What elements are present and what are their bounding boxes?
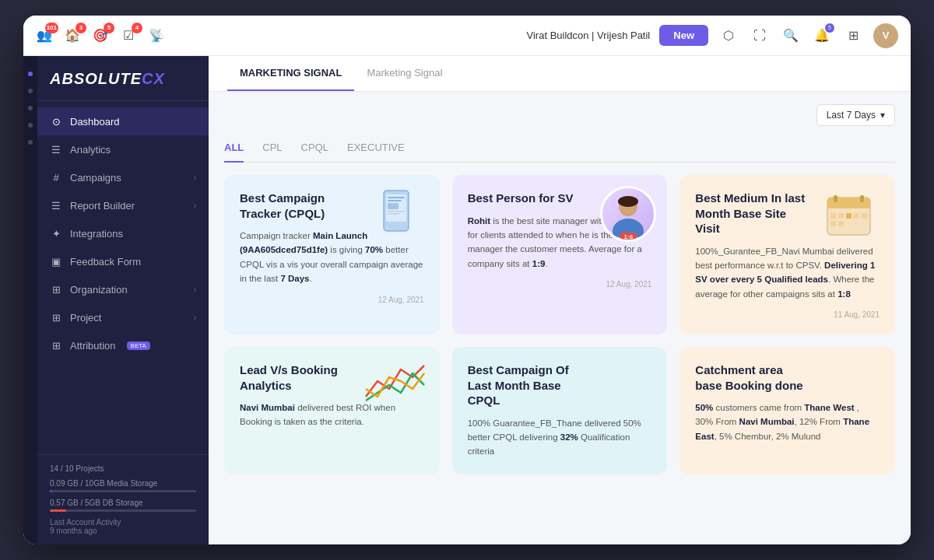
card-best-campaign-cpql: Best Campaign Of Last Month Base CPQL 10… bbox=[452, 347, 668, 474]
media-progress-fill bbox=[50, 490, 51, 492]
attribution-icon: ⊞ bbox=[50, 339, 62, 352]
sidebar-item-project[interactable]: ⊞ Project › bbox=[37, 303, 209, 331]
sidebar-item-integrations[interactable]: ✦ Integrations bbox=[37, 219, 209, 247]
sub-tab-cpql[interactable]: CPQL bbox=[301, 137, 328, 163]
analytics-icon: ☰ bbox=[50, 143, 62, 156]
feedback-icon: ▣ bbox=[50, 255, 62, 268]
sidebar-item-label: Feedback Form bbox=[70, 256, 141, 268]
topbar-right: Virat Buildcon | Vrijesh Patil New ⬡ ⛶ 🔍… bbox=[527, 23, 898, 48]
svg-rect-18 bbox=[846, 213, 851, 219]
sub-tab-cpl[interactable]: CPL bbox=[262, 137, 282, 163]
chevron-right-icon: › bbox=[194, 285, 196, 294]
sidebar-item-campaigns[interactable]: # Campaigns › bbox=[37, 163, 209, 191]
sidebar-item-label: Integrations bbox=[70, 228, 123, 240]
card-body: 50% customers came from Thane West , 30%… bbox=[695, 401, 880, 443]
chevron-right-icon: › bbox=[194, 173, 196, 182]
sidebar-item-analytics[interactable]: ☰ Analytics bbox=[37, 135, 209, 163]
grid-icon[interactable]: ⊞ bbox=[842, 25, 864, 47]
db-progress-fill bbox=[50, 509, 66, 512]
mini-dot-1 bbox=[28, 72, 33, 76]
svg-point-10 bbox=[618, 196, 638, 207]
sub-tab-all[interactable]: ALL bbox=[224, 137, 244, 163]
user-label: Virat Buildcon | Vrijesh Patil bbox=[527, 30, 651, 41]
sidebar-item-label: Campaigns bbox=[70, 172, 121, 184]
sub-tabs: ALL CPL CPQL EXECUTIVE bbox=[224, 137, 895, 163]
left-mini-bar bbox=[23, 56, 37, 544]
card-date: 11 Aug, 2021 bbox=[695, 310, 880, 319]
home-icon-wrap[interactable]: 🏠 3 bbox=[64, 27, 81, 44]
topbar-icons: 👥 101 🏠 3 🎯 5 ☑ 4 📡 bbox=[36, 27, 527, 44]
content-header: MARKETING SIGNAL Marketing Signal bbox=[209, 56, 911, 92]
sidebar-item-attribution[interactable]: ⊞ Attribution BETA bbox=[37, 331, 209, 359]
sidebar-item-label: Project bbox=[70, 312, 101, 324]
svg-rect-21 bbox=[830, 221, 836, 226]
search-icon[interactable]: 🔍 bbox=[780, 25, 802, 47]
sidebar-item-organization[interactable]: ⊞ Organization › bbox=[37, 275, 209, 303]
card-title: Lead V/s Booking Analytics bbox=[240, 362, 350, 393]
svg-rect-17 bbox=[838, 213, 844, 219]
cards-grid: Best Campaign Tracker (CPQL) bbox=[224, 175, 895, 474]
phone-illustration bbox=[360, 184, 430, 247]
radio-icon-wrap[interactable]: 📡 bbox=[148, 27, 165, 44]
sidebar-item-dashboard[interactable]: ⊙ Dashboard bbox=[37, 107, 209, 135]
sidebar-item-label: Analytics bbox=[70, 144, 111, 156]
media-label: 0.09 GB / 10GB Media Storage bbox=[50, 479, 196, 488]
notif-badge: 5 bbox=[825, 23, 834, 33]
db-progress-bar bbox=[50, 509, 196, 512]
main-layout: ABSOLUTECX ⊙ Dashboard ☰ Analytics # Cam… bbox=[23, 56, 911, 544]
card-date: 12 Aug, 2021 bbox=[240, 296, 424, 304]
person-avatar: 1:6 bbox=[600, 186, 656, 242]
check-badge: 4 bbox=[132, 23, 142, 33]
card-best-person-sv: Best Person for SV 1:6 bbox=[452, 175, 668, 334]
card-lead-booking: Lead V/s Booking Analytics Navi Mumbai d… bbox=[224, 347, 440, 474]
logo: ABSOLUTECX bbox=[37, 56, 209, 101]
content-body: Last 7 Days ▾ ALL CPL CPQL EXECUTIVE Bes… bbox=[209, 92, 911, 544]
report-icon: ☰ bbox=[50, 199, 62, 212]
svg-rect-5 bbox=[388, 211, 405, 212]
beta-badge: BETA bbox=[127, 341, 150, 350]
expand-icon[interactable]: ⛶ bbox=[749, 25, 771, 47]
sidebar-item-label: Attribution bbox=[70, 340, 116, 352]
tab-marketing-signal[interactable]: Marketing Signal bbox=[354, 56, 455, 91]
card-title: Catchment area base Booking done bbox=[695, 362, 806, 393]
projects-stat: 14 / 10 Projects bbox=[50, 464, 196, 473]
cube-icon[interactable]: ⬡ bbox=[718, 25, 739, 47]
target-icon-wrap[interactable]: 🎯 5 bbox=[92, 27, 109, 44]
person-avatar-wrap: 1:6 bbox=[600, 186, 656, 242]
mini-dot-3 bbox=[28, 106, 33, 110]
sidebar-item-label: Dashboard bbox=[70, 116, 120, 128]
campaigns-icon: # bbox=[50, 171, 62, 184]
new-button[interactable]: New bbox=[659, 25, 708, 46]
svg-rect-4 bbox=[388, 203, 399, 209]
tab-marketing-signal-active[interactable]: MARKETING SIGNAL bbox=[227, 56, 354, 91]
radio-icon: 📡 bbox=[148, 27, 165, 44]
activity-label: Last Account Activity 9 months ago bbox=[50, 518, 196, 535]
chevron-down-icon: ▾ bbox=[880, 110, 885, 121]
svg-rect-14 bbox=[834, 195, 837, 202]
content-area: MARKETING SIGNAL Marketing Signal Last 7… bbox=[209, 56, 911, 544]
sidebar-nav: ⊙ Dashboard ☰ Analytics # Campaigns › ☰ … bbox=[37, 101, 209, 454]
mini-dot-5 bbox=[28, 140, 33, 145]
db-label: 0.57 GB / 5GB DB Storage bbox=[50, 499, 196, 507]
chevron-right-icon: › bbox=[194, 313, 196, 322]
projects-label: 14 / 10 Projects bbox=[50, 464, 196, 473]
svg-rect-15 bbox=[860, 195, 864, 202]
card-title: Best Campaign Of Last Month Base CPQL bbox=[468, 362, 578, 408]
dashboard-icon: ⊙ bbox=[50, 115, 62, 128]
card-body: 100%_Gurantee_FB_Navi Mumbai delivered b… bbox=[695, 244, 880, 302]
check-icon-wrap[interactable]: ☑ 4 bbox=[120, 27, 137, 44]
bell-icon[interactable]: 🔔 5 bbox=[811, 25, 833, 47]
logo-text: ABSOLUTECX bbox=[50, 70, 165, 87]
date-filter[interactable]: Last 7 Days ▾ bbox=[816, 104, 895, 126]
sidebar-item-feedback-form[interactable]: ▣ Feedback Form bbox=[37, 247, 209, 275]
people-icon-wrap[interactable]: 👥 101 bbox=[36, 27, 53, 44]
sidebar-footer: 14 / 10 Projects 0.09 GB / 10GB Media St… bbox=[37, 454, 209, 544]
card-best-campaign-tracker: Best Campaign Tracker (CPQL) bbox=[224, 175, 440, 334]
sidebar-item-report-builder[interactable]: ☰ Report Builder › bbox=[37, 191, 209, 219]
svg-rect-19 bbox=[854, 213, 859, 219]
sidebar-item-label: Organization bbox=[70, 284, 128, 296]
integrations-icon: ✦ bbox=[50, 227, 62, 240]
sub-tab-executive[interactable]: EXECUTIVE bbox=[347, 137, 405, 163]
avatar[interactable]: V bbox=[873, 23, 898, 48]
card-title: Best Medium In last Month Base Site Visi… bbox=[695, 191, 806, 236]
